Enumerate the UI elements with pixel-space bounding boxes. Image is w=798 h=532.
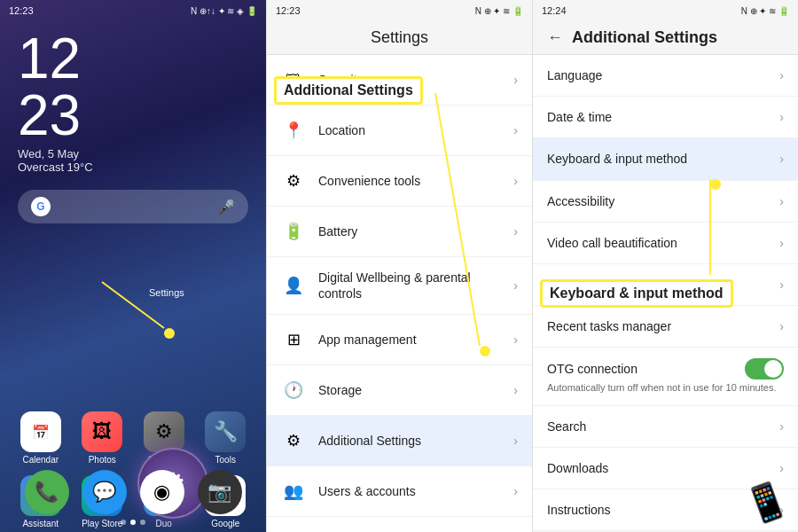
chevron-location: › [513, 123, 518, 137]
settings-item-storage[interactable]: 🕐 Storage › [267, 365, 532, 416]
recenttasks-label: Recent tasks manager [547, 318, 779, 334]
photos-label: Photos [89, 455, 116, 465]
settings-item-accessibility[interactable]: Accessibility › [533, 181, 798, 223]
settings-list: 🛡 Security › 📍 Location › ⚙ Convenience … [267, 55, 532, 532]
page-indicator [0, 520, 266, 525]
chevron-security: › [513, 73, 518, 87]
chevron-usersaccounts: › [513, 484, 518, 498]
chevron-wellbeing: › [513, 278, 518, 293]
search-bar[interactable]: G 🎤 [18, 190, 248, 223]
tools-icon: 🔧 [205, 411, 246, 452]
chevron-recenttasks: › [779, 319, 784, 333]
convenience-label: Convenience tools [318, 173, 513, 189]
storage-icon: 🕐 [281, 378, 306, 403]
chevron-videocall: › [779, 236, 784, 250]
settings-item-google[interactable]: G Google › [267, 517, 532, 532]
status-bar-additional: 12:24 N ⊕ ✦ ≋ 🔋 [533, 0, 798, 21]
back-button[interactable]: ← [547, 28, 563, 47]
settings-item-keyboard[interactable]: Keyboard & input method › [533, 138, 798, 180]
dock-chrome[interactable]: ◉ [140, 470, 184, 514]
settings-item-wellbeing[interactable]: 👤 Digital Wellbeing & parental controls … [267, 257, 532, 315]
clock-date: Wed, 5 May Overcast 19°C [18, 147, 248, 174]
additional-settings-title: Additional Settings [572, 28, 784, 47]
keyboard-label: Keyboard & input method [547, 151, 779, 167]
settings-item-search[interactable]: Search › [533, 406, 798, 448]
chevron-accessibility: › [779, 194, 784, 208]
battery-label: Battery [318, 223, 513, 239]
videocall-label: Video call beautification [547, 235, 779, 251]
tools-label: Tools [215, 455, 236, 465]
settings-item-appmanagement[interactable]: ⊞ App management › [267, 315, 532, 365]
annotation-line-1 [0, 239, 266, 346]
accessibility-label: Accessibility [547, 193, 779, 209]
storage-label: Storage [318, 382, 513, 398]
google-logo: G [31, 197, 51, 216]
dock-camera[interactable]: 📷 [198, 470, 242, 514]
datetime-label: Date & time [547, 109, 779, 125]
status-icons-additional: N ⊕ ✦ ≋ 🔋 [741, 6, 789, 16]
usersaccounts-icon: 👥 [281, 479, 306, 504]
calendar-icon: 📅 [20, 411, 61, 452]
time-home: 12:23 [9, 5, 34, 16]
convenience-icon: ⚙ [281, 168, 306, 193]
chevron-battery: › [513, 224, 518, 239]
app-calendar[interactable]: 📅 Calendar [13, 411, 68, 465]
usersaccounts-label: Users & accounts [318, 483, 513, 499]
additional-settings-annotation: Additional Settings [274, 76, 423, 105]
chevron-language: › [779, 68, 784, 82]
time-additional: 12:24 [542, 5, 567, 16]
svg-line-0 [102, 282, 164, 328]
settings-item-battery[interactable]: 🔋 Battery › [267, 207, 532, 257]
chevron-additionalsettings: › [513, 434, 518, 448]
annotation-dot-1 [164, 328, 175, 339]
additional-settings-panel: 12:24 N ⊕ ✦ ≋ 🔋 ← Additional Settings La… [532, 0, 798, 532]
status-bar-home: 12:23 N ⊕↑↓ ✦ ≋ ◈ 🔋 [0, 0, 266, 21]
otg-subtext: Automatically turn off when not in use f… [547, 381, 776, 394]
settings-item-otg[interactable]: OTG connection Automatically turn off wh… [533, 348, 798, 405]
settings-title: Settings [281, 28, 518, 47]
mic-icon: 🎤 [217, 199, 235, 215]
page-dot [121, 520, 126, 525]
settings-item-recenttasks[interactable]: Recent tasks manager › [533, 306, 798, 348]
battery-icon: 🔋 [281, 219, 306, 244]
app-photos[interactable]: 🖼 Photos [75, 411, 130, 465]
settings-item-location[interactable]: 📍 Location › [267, 106, 532, 156]
page-dot [140, 520, 145, 525]
otg-label: OTG connection [547, 361, 745, 377]
settings-item-videocall[interactable]: Video call beautification › [533, 223, 798, 264]
settings-item-usersaccounts[interactable]: 👥 Users & accounts › [267, 466, 532, 517]
app-grid-row1: 📅 Calendar 🖼 Photos ⚙ Settings 🔧 Tools [0, 404, 266, 472]
chevron-downloads: › [779, 461, 784, 475]
settings-item-language[interactable]: Language › [533, 55, 798, 97]
settings-icon: ⚙ [144, 411, 184, 452]
search-label: Search [547, 419, 779, 434]
wellbeing-label: Digital Wellbeing & parental controls [318, 270, 513, 301]
settings-item-convenience[interactable]: ⚙ Convenience tools › [267, 156, 532, 207]
settings-item-datetime[interactable]: Date & time › [533, 97, 798, 138]
photos-icon: 🖼 [82, 411, 122, 452]
chevron-datetime: › [779, 110, 784, 124]
settings-header: Settings [267, 21, 532, 55]
chevron-storage: › [513, 383, 518, 397]
settings-item-additionalsettings[interactable]: ⚙ Additional Settings › [267, 416, 532, 466]
chevron-convenience: › [513, 174, 518, 188]
language-label: Language [547, 67, 779, 83]
downloads-label: Downloads [547, 460, 779, 476]
annotation-dot-2 [480, 346, 490, 356]
page-dot-active [130, 520, 136, 525]
additionalsettings-label: Additional Settings [318, 433, 513, 449]
otg-toggle[interactable] [745, 358, 784, 379]
status-icons-settings: N ⊕ ✦ ≋ 🔋 [475, 6, 523, 16]
home-screen: 12:23 N ⊕↑↓ ✦ ≋ ◈ 🔋 12 23 Wed, 5 May Ove… [0, 0, 266, 532]
status-icons-home: N ⊕↑↓ ✦ ≋ ◈ 🔋 [191, 6, 257, 16]
location-icon: 📍 [281, 118, 306, 143]
settings-panel: 12:23 N ⊕ ✦ ≋ 🔋 Settings Additional Sett… [266, 0, 532, 532]
additional-settings-header: ← Additional Settings [533, 21, 798, 55]
bottom-dock: 📞 💬 ◉ 📷 [0, 470, 266, 514]
keyboard-annotation-box: Keyboard & input method [540, 279, 733, 308]
appmanagement-icon: ⊞ [281, 327, 306, 352]
dock-messages[interactable]: 💬 [82, 470, 127, 514]
time-settings: 12:23 [276, 5, 301, 16]
chevron-keyboard: › [779, 152, 784, 166]
dock-phone[interactable]: 📞 [25, 470, 69, 514]
